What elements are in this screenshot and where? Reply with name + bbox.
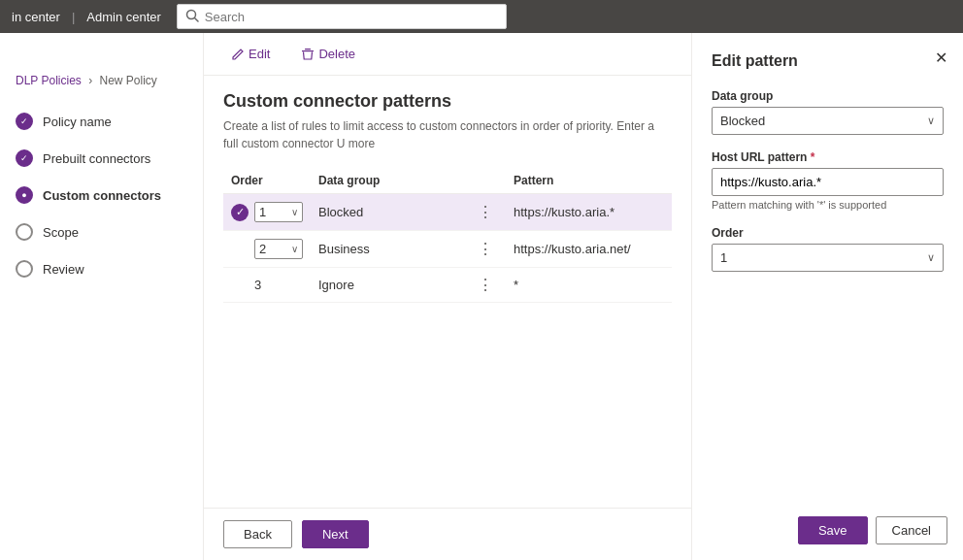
table-row: ✓ 1 ∨ Blocked ⋮ https://kusto.aria.* <box>223 194 672 231</box>
search-box[interactable] <box>177 4 507 29</box>
delete-button[interactable]: Delete <box>293 43 363 65</box>
row3-order-value: 3 <box>254 278 261 292</box>
row2-order-value: 2 <box>259 242 291 256</box>
row3-dots-menu[interactable]: ⋮ <box>474 275 498 295</box>
row2-pattern: https://kusto.aria.net/ <box>506 231 672 268</box>
order-select[interactable]: 1 ∨ <box>712 244 944 272</box>
content-area: Edit Delete Custom connector patterns Cr… <box>204 33 691 560</box>
host-url-hint: Pattern matching with '*' is supported <box>712 199 944 211</box>
host-url-group: Host URL pattern * Pattern matching with… <box>712 150 944 211</box>
row1-order-select[interactable]: 1 ∨ <box>254 202 303 222</box>
breadcrumb-parent[interactable]: DLP Policies <box>16 74 82 87</box>
panel-footer: Save Cancel <box>798 516 947 544</box>
row3-data-group: Ignore <box>311 268 466 303</box>
sidebar-label-policy-name: Policy name <box>43 115 112 129</box>
sidebar-item-scope[interactable]: Scope <box>0 214 203 250</box>
patterns-table: Order Data group Pattern ✓ 1 <box>223 168 672 303</box>
order-label: Order <box>712 226 944 240</box>
row1-dots[interactable]: ⋮ <box>466 194 506 231</box>
row3-dots[interactable]: ⋮ <box>466 268 506 303</box>
step-review-circle <box>16 260 33 278</box>
row1-order-value: 1 <box>259 205 291 219</box>
host-url-required: * <box>811 150 815 164</box>
breadcrumb-separator: › <box>88 74 92 87</box>
table-row: 2 ∨ Business ⋮ https://kusto.aria.net/ <box>223 231 672 268</box>
footer-bar: Back Next <box>204 508 691 560</box>
row2-dots-menu[interactable]: ⋮ <box>474 239 498 259</box>
breadcrumb-current: New Policy <box>100 74 157 87</box>
row1-data-group: Blocked <box>311 194 466 231</box>
sidebar-item-review[interactable]: Review <box>0 250 203 287</box>
row2-dots[interactable]: ⋮ <box>466 231 506 268</box>
sidebar-item-custom-connectors[interactable]: ● Custom connectors <box>0 177 203 214</box>
data-group-value: Blocked <box>720 114 927 128</box>
table-row: 3 Ignore ⋮ * <box>223 268 672 303</box>
sidebar-item-policy-name[interactable]: ✓ Policy name <box>0 103 203 140</box>
row2-order-chevron: ∨ <box>291 244 298 254</box>
sidebar-item-prebuilt-connectors[interactable]: ✓ Prebuilt connectors <box>0 140 203 177</box>
row2-order-select[interactable]: 2 ∨ <box>254 239 303 259</box>
step-custom-circle: ● <box>16 186 33 204</box>
sidebar: DLP Policies › New Policy ✓ Policy name … <box>0 33 204 560</box>
search-input[interactable] <box>205 10 498 24</box>
section-desc: Create a list of rules to limit access t… <box>223 117 672 152</box>
col-data-group: Data group <box>311 168 466 194</box>
data-group-label: Data group <box>712 89 944 103</box>
data-group-chevron-icon: ∨ <box>927 115 935 127</box>
back-button[interactable]: Back <box>223 520 292 548</box>
row1-order-chevron: ∨ <box>291 207 298 217</box>
save-button[interactable]: Save <box>798 516 868 544</box>
delete-icon <box>301 48 315 61</box>
row1-pattern: https://kusto.aria.* <box>506 194 672 231</box>
data-group-select[interactable]: Blocked ∨ <box>712 107 944 135</box>
sidebar-label-scope: Scope <box>43 225 79 240</box>
svg-rect-2 <box>302 50 314 51</box>
content-inner: Custom connector patterns Create a list … <box>204 76 691 318</box>
host-url-label: Host URL pattern * <box>712 150 944 164</box>
section-title: Custom connector patterns <box>223 91 672 112</box>
nav-divider: | <box>72 10 75 24</box>
svg-line-1 <box>194 17 198 21</box>
svg-rect-3 <box>305 49 311 49</box>
row1-order-cell: ✓ 1 ∨ <box>223 194 311 231</box>
col-dots <box>466 168 506 194</box>
data-group-group: Data group Blocked ∨ <box>712 89 944 135</box>
next-button[interactable]: Next <box>302 520 369 548</box>
order-value: 1 <box>720 250 927 265</box>
panel-close-button[interactable]: ✕ <box>935 49 947 67</box>
row1-check-circle: ✓ <box>231 204 249 221</box>
top-nav: in center | Admin center <box>0 0 963 33</box>
row3-pattern: * <box>506 268 672 303</box>
step-scope-circle <box>16 223 33 241</box>
sidebar-label-custom: Custom connectors <box>43 188 161 203</box>
col-pattern: Pattern <box>506 168 672 194</box>
host-url-input[interactable] <box>712 168 944 196</box>
order-chevron-icon: ∨ <box>927 251 935 264</box>
host-url-label-text: Host URL pattern <box>712 150 807 164</box>
sidebar-label-prebuilt: Prebuilt connectors <box>43 151 150 166</box>
data-group-label-text: Data group <box>712 89 773 103</box>
edit-button[interactable]: Edit <box>223 43 278 65</box>
delete-label: Delete <box>318 47 355 61</box>
col-order: Order <box>223 168 311 194</box>
edit-panel: Edit pattern ✕ Data group Blocked ∨ Host… <box>691 33 963 560</box>
row2-data-group: Business <box>311 231 466 268</box>
search-icon <box>185 9 199 25</box>
edit-icon <box>231 48 245 61</box>
edit-label: Edit <box>249 47 270 61</box>
sidebar-label-review: Review <box>43 262 84 277</box>
step-prebuilt-circle: ✓ <box>16 149 33 167</box>
toolbar: Edit Delete <box>204 33 691 76</box>
main-layout: DLP Policies › New Policy ✓ Policy name … <box>0 33 963 560</box>
nav-title2: Admin center <box>86 10 161 24</box>
step-policy-name-circle: ✓ <box>16 113 33 130</box>
row2-order-cell: 2 ∨ <box>223 231 311 268</box>
order-group: Order 1 ∨ <box>712 226 944 272</box>
cancel-button[interactable]: Cancel <box>876 516 947 544</box>
panel-title: Edit pattern <box>712 52 944 70</box>
nav-title1: in center <box>12 10 60 24</box>
row3-order-cell: 3 <box>223 268 311 303</box>
row1-dots-menu[interactable]: ⋮ <box>474 202 498 222</box>
